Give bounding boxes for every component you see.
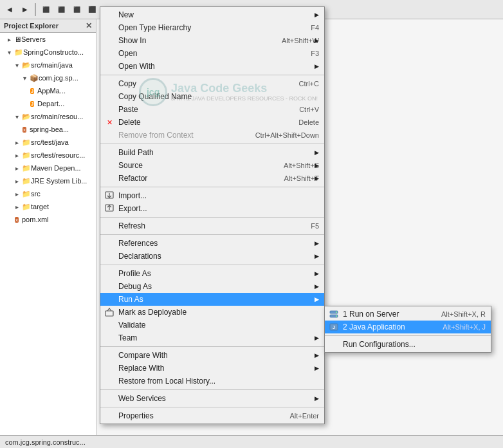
menu-item-declarations[interactable]: Declarations [100,250,324,263]
xml-icon: x [19,124,30,135]
copy-qualified-label: Copy Qualified Name [118,92,192,101]
menu-item-refresh[interactable]: Refresh F5 [100,219,324,232]
menu-item-run-as[interactable]: Run As ▶ [100,293,324,306]
tree-item-src[interactable]: 📁 src [0,187,96,200]
menu-item-show-in[interactable]: Show In Alt+Shift+W [100,34,324,47]
tree-item-src-test-res[interactable]: 📁 src/test/resourc... [0,149,96,162]
package-label: com.jcg.sp... [39,74,78,82]
toolbar-btn-4[interactable]: ⬛ [39,3,53,17]
project-icon: 📁 [14,48,23,57]
menu-item-delete[interactable]: ✕ Delete Delete [100,116,324,129]
toolbar-btn-2[interactable]: ▶ [18,3,32,17]
toolbar-btn-1[interactable]: ◀ [3,3,17,17]
src-main-res-label: src/main/resou... [31,113,83,120]
paste-shortcut: Ctrl+V [286,106,319,113]
src-test-res-label: src/test/resourc... [31,151,85,159]
tree-item-maven-dep[interactable]: 📁 Maven Depen... [0,162,96,174]
menu-item-team[interactable]: Team [100,331,324,344]
menu-item-source[interactable]: Source Alt+Shift+S [100,159,324,172]
menu-item-references[interactable]: References [100,237,324,250]
menu-item-mark-deployable[interactable]: Mark as Deployable [100,306,324,319]
src-label: src [31,190,41,198]
tree-item-src-main-res[interactable]: 📂 src/main/resou... [0,110,96,123]
folder-icon-2: 📂 [22,113,31,121]
menu-item-replace-with[interactable]: Replace With [100,362,324,375]
arrow-icon [19,73,30,83]
separator-4 [100,217,324,218]
close-icon[interactable]: ✕ [86,21,92,30]
menu-item-paste[interactable]: Paste Ctrl+V [100,103,324,116]
tree-item-appma[interactable]: J AppMa... [0,84,96,97]
folder-icon: 📂 [22,61,31,70]
servers-icon: 🖥 [14,35,21,43]
menu-item-build-path[interactable]: Build Path [100,146,324,159]
submenu-item-java-app[interactable]: J 2 Java Application Alt+Shift+X, J [325,321,491,333]
menu-item-web-services[interactable]: Web Services [100,392,324,405]
profile-as-label: Profile As [118,269,151,278]
tree-item-src-test-java[interactable]: 📁 src/test/java [0,136,96,149]
menu-item-copy-qualified[interactable]: Copy Qualified Name [100,90,324,103]
menu-item-open-type-hierarchy[interactable]: Open Type Hierarchy F4 [100,21,324,34]
source-shortcut: Alt+Shift+S [271,162,319,169]
menu-item-debug-as[interactable]: Debug As [100,280,324,293]
properties-label: Properties [118,411,154,420]
submenu-item-run-on-server[interactable]: 1 Run on Server Alt+Shift+X, R [325,308,491,321]
menu-item-compare-with[interactable]: Compare With [100,349,324,362]
target-label: target [31,203,49,210]
spring-bean-label: spring-bea... [30,126,69,133]
new-label: New [118,10,134,19]
tree-item-pom[interactable]: x pom.xml [0,213,96,226]
web-services-label: Web Services [118,394,166,403]
panel-header: Project Explorer ✕ [0,19,96,33]
submenu-separator [325,335,491,336]
remove-context-label: Remove from Context [118,131,194,140]
open-label: Open [118,49,137,58]
server-icon [329,309,339,319]
refactor-shortcut: Alt+Shift+T [271,174,319,182]
tree-item-spring-bean[interactable]: x spring-bea... [0,123,96,136]
arrow-icon [12,176,22,186]
mark-deployable-label: Mark as Deployable [118,308,187,317]
src-test-java-label: src/test/java [31,138,69,146]
menu-item-export[interactable]: Export... [100,202,324,215]
tree-item-depart[interactable]: J Depart... [0,97,96,110]
maven-dep-label: Maven Depen... [31,164,81,172]
replace-with-label: Replace With [118,364,164,373]
tree-item-jre-lib[interactable]: 📁 JRE System Lib... [0,174,96,187]
appma-label: AppMa... [37,87,66,95]
properties-shortcut: Alt+Enter [277,412,319,420]
import-label: Import... [118,191,147,200]
menu-item-import[interactable]: Import... [100,189,324,202]
xml-icon-2: x [12,214,22,225]
toolbar-btn-6[interactable]: ⬛ [69,3,84,17]
java-app-icon: J [329,322,339,332]
toolbar-btn-5[interactable]: ⬛ [54,3,68,17]
menu-item-refactor[interactable]: Refactor Alt+Shift+T [100,172,324,185]
toolbar-btn-3[interactable] [35,3,36,16]
build-path-label: Build Path [118,148,154,157]
arrow-icon [4,47,14,57]
menu-item-profile-as[interactable]: Profile As [100,267,324,280]
menu-item-validate[interactable]: Validate [100,319,324,331]
menu-item-open[interactable]: Open F3 [100,47,324,60]
tree-item-package[interactable]: 📦 com.jcg.sp... [0,71,96,84]
tree-item-target[interactable]: 📁 target [0,200,96,213]
menu-item-new[interactable]: New [100,8,324,21]
arrow-icon [12,189,22,199]
tree-item-servers[interactable]: 🖥 Servers [0,33,96,46]
team-label: Team [118,333,137,342]
java-app-shortcut: Alt+Shift+X, J [430,323,486,331]
source-label: Source [118,161,143,170]
toolbar-btn-7[interactable]: ⬛ [85,3,99,17]
jre-icon: 📁 [22,177,31,185]
svg-point-8 [336,315,337,317]
submenu-item-run-configurations[interactable]: Run Configurations... [325,338,491,351]
separator-6 [100,265,324,265]
menu-item-restore-history[interactable]: Restore from Local History... [100,375,324,387]
java-file-icon: J [27,86,37,96]
tree-item-src-main-java[interactable]: 📂 src/main/java [0,59,96,71]
menu-item-properties[interactable]: Properties Alt+Enter [100,409,324,422]
menu-item-copy[interactable]: Copy Ctrl+C [100,77,324,90]
tree-item-spring[interactable]: 📁 SpringConstructo... [0,46,96,59]
menu-item-open-with[interactable]: Open With [100,60,324,73]
